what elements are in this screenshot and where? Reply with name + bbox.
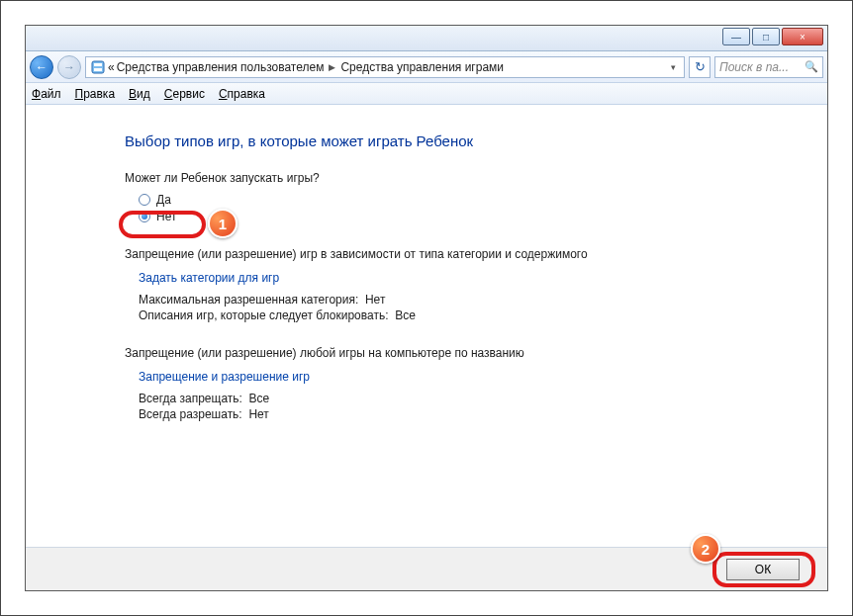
breadcrumb[interactable]: « Средства управления пользователем ▶ Ср… <box>85 56 685 78</box>
max-category-label: Максимальная разрешенная категория: <box>139 293 358 307</box>
always-allow-label: Всегда разрешать: <box>139 407 242 421</box>
maximize-button[interactable]: □ <box>752 28 780 45</box>
breadcrumb-prefix: « <box>108 60 115 74</box>
always-deny-value: Все <box>249 392 270 405</box>
search-input[interactable]: Поиск в па... 🔍 <box>714 56 823 78</box>
menu-file[interactable]: Файл <box>32 87 61 101</box>
question-can-play: Может ли Ребенок запускать игры? <box>125 171 827 185</box>
section-by-name-title: Запрещение (или разрешение) любой игры н… <box>125 346 827 360</box>
breadcrumb-item-2[interactable]: Средства управления играми <box>340 60 504 74</box>
footer-bar: 2 ОК <box>26 547 827 590</box>
menu-bar: Файл Правка Вид Сервис Справка <box>26 83 827 105</box>
search-placeholder: Поиск в па... <box>719 60 789 74</box>
desc-block-label: Описания игр, которые следует блокироват… <box>139 308 389 322</box>
radio-yes-label: Да <box>156 193 171 207</box>
max-category-row: Максимальная разрешенная категория: Нет <box>125 293 827 307</box>
minimize-button[interactable]: — <box>722 28 750 45</box>
search-icon: 🔍 <box>805 60 818 73</box>
always-allow-row: Всегда разрешать: Нет <box>125 407 827 421</box>
link-block-allow-games[interactable]: Запрещение и разрешение игр <box>125 370 827 384</box>
radio-no[interactable] <box>139 211 150 222</box>
refresh-button[interactable]: ↻ <box>689 56 711 78</box>
breadcrumb-separator-icon: ▶ <box>326 62 338 72</box>
always-allow-value: Нет <box>248 407 268 421</box>
menu-help[interactable]: Справка <box>219 87 265 101</box>
menu-edit[interactable]: Правка <box>75 87 116 101</box>
close-button[interactable]: × <box>782 28 823 45</box>
max-category-value: Нет <box>365 293 385 307</box>
always-deny-row: Всегда запрещать: Все <box>125 392 827 405</box>
svg-rect-1 <box>94 63 102 66</box>
ok-button[interactable]: ОК <box>726 559 800 580</box>
window-titlebar: — □ × <box>26 26 827 51</box>
menu-view[interactable]: Вид <box>129 87 150 101</box>
link-set-categories[interactable]: Задать категории для игр <box>125 271 827 285</box>
breadcrumb-dropdown-icon[interactable]: ▾ <box>667 62 680 72</box>
svg-rect-2 <box>94 68 102 71</box>
page-heading: Выбор типов игр, в которые может играть … <box>125 132 827 149</box>
navigation-bar: ← → « Средства управления пользователем … <box>26 51 827 83</box>
desc-block-row: Описания игр, которые следует блокироват… <box>125 308 827 322</box>
control-panel-icon <box>90 59 106 75</box>
radio-no-label: Нет <box>156 210 176 223</box>
nav-forward-button[interactable]: → <box>57 55 81 79</box>
radio-group-can-play: Да Нет 1 <box>125 193 827 223</box>
desc-block-value: Все <box>395 308 416 322</box>
content-area: Выбор типов игр, в которые может играть … <box>26 105 827 547</box>
svg-rect-0 <box>92 61 104 73</box>
radio-yes[interactable] <box>139 194 150 206</box>
menu-service[interactable]: Сервис <box>164 87 205 101</box>
nav-back-button[interactable]: ← <box>30 55 53 79</box>
section-by-category-title: Запрещение (или разрешение) игр в зависи… <box>125 247 827 261</box>
always-deny-label: Всегда запрещать: <box>139 392 242 405</box>
breadcrumb-item-1[interactable]: Средства управления пользователем <box>117 60 325 74</box>
